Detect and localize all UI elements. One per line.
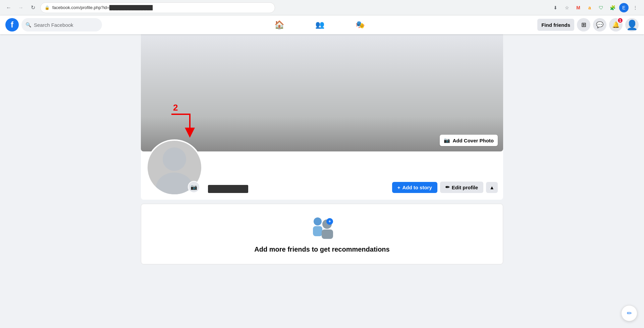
search-placeholder: Search Facebook xyxy=(34,22,73,28)
gmail-icon[interactable]: M xyxy=(574,3,583,12)
nav-friends[interactable]: 👥 xyxy=(301,17,338,33)
svg-point-2 xyxy=(156,173,193,194)
logo-letter: f xyxy=(11,20,13,29)
download-icon[interactable]: ⬇ xyxy=(551,3,560,12)
svg-text:+: + xyxy=(328,219,331,224)
edit-profile-label: Edit profile xyxy=(452,185,478,190)
friends-illustration-icon: + xyxy=(307,215,337,242)
chevron-up-icon: ▲ xyxy=(489,185,494,190)
menu-icon[interactable]: ⋮ xyxy=(631,3,640,12)
amazon-icon[interactable]: a xyxy=(585,3,594,12)
secure-icon: 🔒 xyxy=(45,5,50,10)
search-icon: 🔍 xyxy=(25,22,31,27)
friends-illustration: + xyxy=(307,215,337,242)
nav-center: 🏠 👥 🎭 xyxy=(102,17,537,33)
find-friends-button[interactable]: Find friends xyxy=(537,19,574,31)
svg-point-3 xyxy=(314,217,322,225)
grid-icon: ⊞ xyxy=(581,21,586,28)
more-button[interactable]: ▲ xyxy=(486,182,498,193)
browser-chrome: ← → ↻ 🔒 facebook.com/profile.php?id=████… xyxy=(0,0,644,15)
profile-name xyxy=(208,185,248,193)
address-bar[interactable]: 🔒 facebook.com/profile.php?id=██████████… xyxy=(40,2,275,13)
browser-action-group: ⬇ ☆ M a 🛡 🧩 E ⋮ xyxy=(551,3,640,12)
pencil-icon: ✏ xyxy=(445,184,450,190)
profile-name-area xyxy=(208,185,387,196)
forward-button[interactable]: → xyxy=(16,3,25,12)
messenger-button[interactable]: 💬 xyxy=(593,18,606,31)
user-avatar[interactable]: 👤 xyxy=(625,18,639,31)
nav-home[interactable]: 🏠 xyxy=(261,17,298,33)
add-to-story-label: Add to story xyxy=(402,185,432,190)
url-base: facebook.com/profile.php?id= xyxy=(52,5,109,10)
url-text: facebook.com/profile.php?id=████████████… xyxy=(52,5,271,10)
plus-icon: + xyxy=(397,185,400,190)
friends-icon: 👥 xyxy=(315,20,324,29)
reload-button[interactable]: ↻ xyxy=(28,3,38,12)
star-icon[interactable]: ☆ xyxy=(562,3,572,12)
edit-profile-photo-button[interactable]: 📷 xyxy=(188,181,200,193)
profile-actions: + Add to story ✏ Edit profile ▲ xyxy=(392,182,498,196)
camera-icon: 📷 xyxy=(444,137,450,143)
nav-right: Find friends ⊞ 💬 🔔 1 👤 xyxy=(537,18,639,31)
add-cover-photo-label: Add Cover Photo xyxy=(453,138,494,143)
url-masked: ██████████████ xyxy=(109,5,153,10)
edit-profile-button[interactable]: ✏ Edit profile xyxy=(440,182,483,193)
watch-icon: 🎭 xyxy=(356,20,365,29)
profile-container: 📷 Add Cover Photo 2 xyxy=(141,34,503,200)
compose-button[interactable]: ✏ xyxy=(621,305,637,321)
page-wrapper: 📷 Add Cover Photo 2 xyxy=(0,34,644,328)
avatar-silhouette: 👤 xyxy=(626,19,638,30)
compose-icon: ✏ xyxy=(627,310,632,317)
back-button[interactable]: ← xyxy=(4,3,13,12)
facebook-logo[interactable]: f xyxy=(5,18,19,31)
notifications-button[interactable]: 🔔 1 xyxy=(609,18,623,31)
search-bar[interactable]: 🔍 Search Facebook xyxy=(21,18,102,31)
shield-icon[interactable]: 🛡 xyxy=(596,3,606,12)
camera-small-icon: 📷 xyxy=(191,184,197,190)
apps-grid-button[interactable]: ⊞ xyxy=(577,18,590,31)
extension-icon[interactable]: 🧩 xyxy=(608,3,617,12)
messenger-icon: 💬 xyxy=(596,21,603,28)
friends-recommendation-card: + Add more friends to get recommendation… xyxy=(141,204,503,264)
add-to-story-button[interactable]: + Add to story xyxy=(392,182,437,193)
svg-rect-4 xyxy=(313,226,322,236)
notification-badge: 1 xyxy=(617,17,623,23)
friends-card-title: Add more friends to get recommendations xyxy=(254,246,389,253)
nav-watch[interactable]: 🎭 xyxy=(341,17,379,33)
profile-pic-wrapper: 2 📷 xyxy=(146,139,203,196)
svg-point-1 xyxy=(163,147,186,171)
svg-rect-6 xyxy=(322,229,333,239)
facebook-navbar: f 🔍 Search Facebook 🏠 👥 🎭 Find friends ⊞… xyxy=(0,15,644,34)
cover-photo-area[interactable]: 📷 Add Cover Photo xyxy=(141,34,503,151)
user-account-icon[interactable]: E xyxy=(619,3,629,12)
profile-info-row: 2 📷 xyxy=(141,151,503,200)
home-icon: 🏠 xyxy=(274,20,284,29)
add-cover-photo-button[interactable]: 📷 Add Cover Photo xyxy=(440,135,498,146)
